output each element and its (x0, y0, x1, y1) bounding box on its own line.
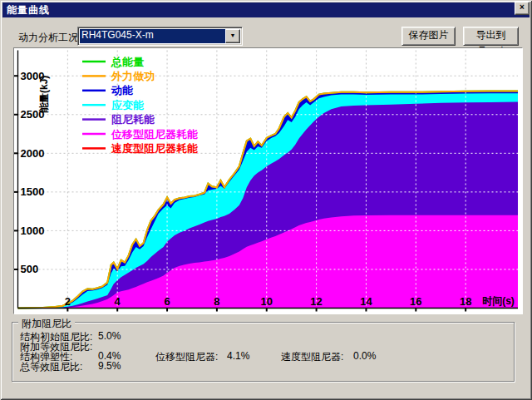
x-tick-label: 14 (360, 295, 372, 308)
legend-item-1: 外力做功 (82, 70, 155, 82)
save-image-button[interactable]: 保存图片 (401, 27, 456, 46)
damping-row-label: 位移型阻尼器: (155, 350, 218, 364)
legend-label: 总能量 (111, 56, 144, 68)
damping-row-label: 速度型阻尼器: (281, 350, 343, 364)
condition-selected-value: RH4TG045-X-m (80, 29, 226, 43)
title-bar[interactable]: 能量曲线 (2, 2, 530, 17)
x-axis-title: 时间(s) (482, 295, 515, 307)
y-tick-label: 500 (21, 263, 39, 275)
legend-item-6: 速度型阻尼器耗能 (82, 142, 198, 155)
energy-curve-window: 能量曲线 × 动力分析工况 RH4TG045-X-m ▼ 保存图片 导出到Exc… (0, 0, 532, 400)
y-tick-label: 1000 (21, 225, 45, 237)
legend-label: 外力做功 (111, 70, 155, 82)
legend-item-5: 位移型阻尼器耗能 (82, 128, 198, 141)
legend-item-4: 阻尼耗能 (82, 113, 155, 126)
x-tick-label: 12 (310, 295, 322, 308)
y-tick-label: 1500 (21, 185, 45, 198)
x-tick-label: 2 (65, 295, 71, 308)
legend-label: 应变能 (111, 99, 144, 111)
damping-row-value: 0.0% (353, 350, 376, 362)
chevron-down-icon: ▼ (230, 32, 236, 38)
x-tick-label: 4 (115, 295, 121, 308)
legend-label: 速度型阻尼器耗能 (111, 142, 198, 155)
damping-row-label: 总等效阻尼比: (20, 360, 82, 374)
legend-item-2: 动能 (82, 84, 133, 96)
condition-combobox[interactable]: RH4TG045-X-m ▼ (77, 27, 243, 46)
chart-panel: 5001000150020002500300024681012141618时间(… (13, 47, 523, 314)
x-tick-label: 18 (460, 295, 471, 308)
export-excel-button[interactable]: 导出到Excel (463, 27, 519, 46)
damping-row-value: 5.0% (98, 330, 121, 342)
condition-label: 动力分析工况 (18, 31, 78, 45)
legend-item-3: 应变能 (82, 99, 144, 111)
y-axis-title: 能量(kJ) (38, 76, 50, 113)
damping-groupbox-title: 附加阻尼比 (18, 317, 75, 331)
window-title: 能量曲线 (2, 3, 50, 17)
damping-row-value: 9.5% (98, 360, 121, 372)
legend-label: 位移型阻尼器耗能 (111, 128, 198, 141)
legend: 总能量外力做功动能应变能阻尼耗能位移型阻尼器耗能速度型阻尼器耗能 (82, 56, 198, 155)
combobox-arrow-button[interactable]: ▼ (225, 29, 240, 43)
legend-label: 阻尼耗能 (111, 113, 155, 126)
x-tick-label: 16 (410, 295, 421, 308)
legend-label: 动能 (111, 84, 133, 96)
legend-item-0: 总能量 (82, 56, 144, 68)
close-icon: × (520, 2, 525, 12)
x-tick-label: 10 (261, 295, 273, 308)
energy-chart: 5001000150020002500300024681012141618时间(… (14, 48, 520, 312)
x-tick-label: 6 (164, 295, 170, 308)
y-tick-label: 2000 (21, 147, 45, 160)
damping-row-value: 4.1% (227, 350, 249, 362)
close-button[interactable]: × (515, 2, 530, 15)
x-tick-label: 8 (214, 295, 219, 308)
